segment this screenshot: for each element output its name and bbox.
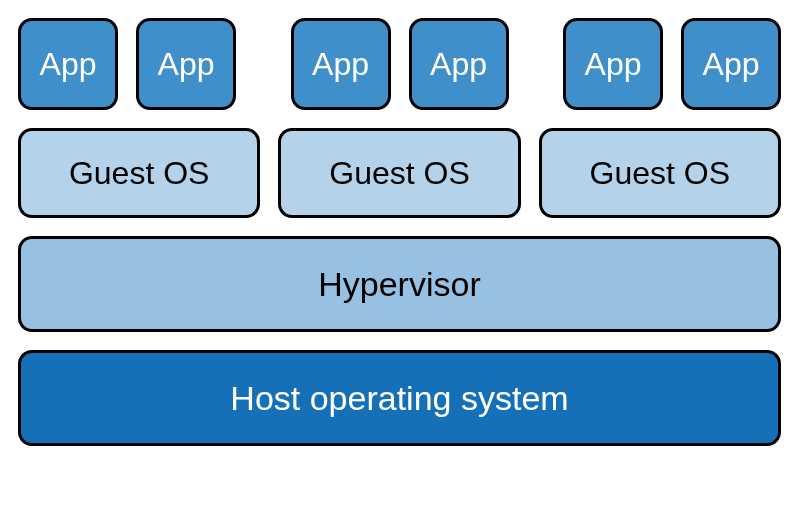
app-box: App	[563, 18, 663, 110]
app-box: App	[136, 18, 236, 110]
guest-os-row: Guest OS Guest OS Guest OS	[18, 128, 781, 218]
hypervisor-box: Hypervisor	[18, 236, 781, 332]
app-box: App	[291, 18, 391, 110]
guest-os-box: Guest OS	[539, 128, 781, 218]
app-box: App	[681, 18, 781, 110]
app-box: App	[409, 18, 509, 110]
guest-os-box: Guest OS	[18, 128, 260, 218]
app-pair-3: App App	[563, 18, 781, 110]
app-pair-2: App App	[291, 18, 509, 110]
app-box: App	[18, 18, 118, 110]
guest-os-box: Guest OS	[278, 128, 520, 218]
virtualization-stack-diagram: App App App App App App Guest OS Guest O…	[18, 18, 781, 500]
app-pair-1: App App	[18, 18, 236, 110]
host-os-box: Host operating system	[18, 350, 781, 446]
apps-row: App App App App App App	[18, 18, 781, 110]
